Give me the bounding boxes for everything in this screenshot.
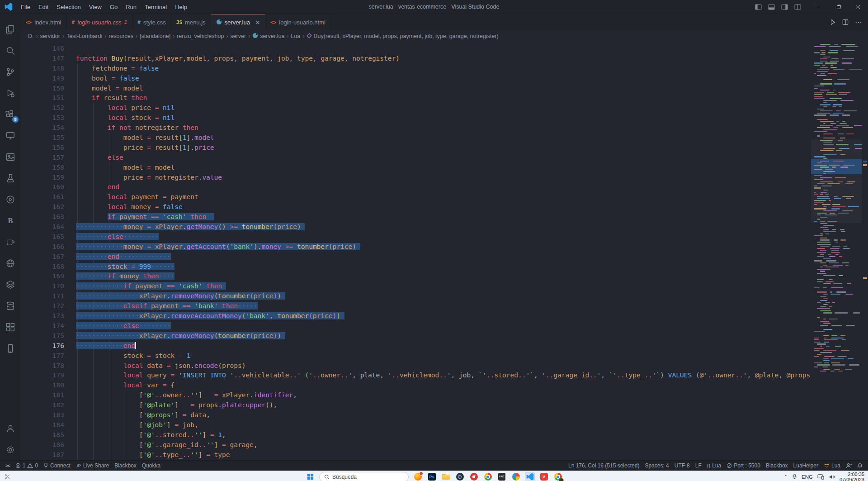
status-item-utf-8[interactable]: UTF-8 [672, 461, 693, 471]
code-line-148[interactable]: 148 fetchdone = false [21, 64, 868, 74]
language-indicator[interactable]: ENG [802, 474, 813, 480]
code-line-158[interactable]: 158 model = model [21, 163, 868, 173]
account-icon[interactable] [0, 418, 21, 439]
run-debug-icon[interactable] [0, 82, 21, 104]
code-line-187[interactable]: 187 ['@'..type_..''] = type [21, 450, 868, 460]
settings-icon[interactable] [0, 439, 21, 460]
status-item-remote[interactable]: >< [3, 461, 13, 471]
menu-item-terminal[interactable]: Terminal [141, 2, 170, 12]
code-line-162[interactable]: 162 local money = false [21, 202, 868, 212]
menu-item-file[interactable]: File [17, 2, 34, 12]
status-item-1[interactable]: 10 [13, 461, 41, 471]
status-item-spaces-4[interactable]: Spaces: 4 [642, 461, 671, 471]
status-item-lf[interactable]: LF [693, 461, 704, 471]
cup-icon[interactable] [0, 231, 21, 252]
code-line-153[interactable]: 153 local stock = nil [21, 113, 868, 123]
clock[interactable]: 2:00:35 07/09/2023 [840, 471, 864, 481]
code-line-176[interactable]: 176············end [21, 341, 868, 351]
menu-item-view[interactable]: View [85, 2, 105, 12]
code-line-164[interactable]: 164············money = xPlayer.getMoney(… [21, 222, 868, 232]
globe-icon[interactable] [0, 252, 21, 274]
database-icon[interactable] [0, 295, 21, 316]
grid-icon[interactable] [0, 316, 21, 338]
code-area[interactable]: 146147function Buy(result,xPlayer,model,… [21, 42, 868, 460]
minimap[interactable] [811, 42, 862, 460]
status-item-blackbox[interactable]: Blackbox [763, 461, 791, 471]
code-line-160[interactable]: 160 end [21, 182, 868, 192]
code-line-166[interactable]: 166············money = xPlayer.getAccoun… [21, 242, 868, 252]
vivaldi-app-icon[interactable]: V [539, 472, 549, 481]
play-circle-icon[interactable] [0, 189, 21, 210]
tray-chevron-icon[interactable]: ⌃ [784, 474, 788, 479]
code-line-149[interactable]: 149 bool = false [21, 74, 868, 84]
code-line-184[interactable]: 184 ['@job'] = job, [21, 420, 868, 430]
tab-style.css[interactable]: #style.css [132, 14, 171, 30]
code-line-185[interactable]: 185 ['@'..stored..''] = 1, [21, 430, 868, 440]
layers-icon[interactable] [0, 274, 21, 295]
code-line-156[interactable]: 156 price = result[1].price [21, 143, 868, 153]
source-control-icon[interactable] [0, 61, 21, 82]
start-button[interactable] [305, 472, 315, 481]
code-line-150[interactable]: 150 model = model [21, 84, 868, 94]
menu-item-selection[interactable]: Selection [53, 2, 84, 12]
more-actions-icon[interactable]: ⋯ [855, 18, 862, 26]
explorer-app-icon[interactable] [441, 472, 451, 481]
extensions-icon[interactable]: 5 [0, 104, 21, 125]
code-line-169[interactable]: 169········if money then···· [21, 271, 868, 281]
status-item-connect[interactable]: Connect [41, 461, 73, 471]
photos-app-icon[interactable] [511, 472, 521, 481]
menu-item-go[interactable]: Go [106, 2, 121, 12]
breadcrumb-item[interactable]: renzu_vehicleshop [177, 33, 224, 39]
close-button[interactable] [848, 0, 868, 14]
breadcrumb-item[interactable]: Buy(result, xPlayer, model, props, payme… [307, 33, 499, 40]
toggle-panel-icon[interactable] [768, 4, 775, 10]
code-line-146[interactable]: 146 [21, 44, 868, 54]
taskbar-search[interactable]: Búsqueda [319, 472, 409, 481]
firefox-app-icon[interactable] [413, 472, 423, 481]
code-line-165[interactable]: 165········else········· [21, 232, 868, 242]
breadcrumb-item[interactable]: D: [28, 33, 34, 39]
status-item-lua[interactable]: {}Lua [704, 461, 724, 471]
code-line-155[interactable]: 155 model = result[1].model [21, 133, 868, 143]
breadcrumb-item[interactable]: server.lua [252, 33, 284, 40]
remote-monitor-icon[interactable] [0, 125, 21, 146]
tab-menu.js[interactable]: JSmenu.js [171, 14, 211, 30]
status-item-live-share[interactable]: Live Share [73, 461, 112, 471]
code-line-177[interactable]: 177 stock = stock - 1 [21, 351, 868, 361]
microphone-icon[interactable] [792, 474, 797, 480]
code-line-183[interactable]: 183 ['@props'] = data, [21, 410, 868, 420]
code-line-173[interactable]: 173················xPlayer.removeAccount… [21, 311, 868, 321]
code-line-172[interactable]: 172············elseif payment == 'bank' … [21, 301, 868, 311]
status-item-person-add[interactable] [843, 461, 854, 471]
status-item-luahelper[interactable]: LuaHelper [791, 461, 821, 471]
code-line-179[interactable]: 179 local query = 'INSERT INTO '..vehicl… [21, 371, 868, 381]
code-line-167[interactable]: 167········end············· [21, 252, 868, 262]
code-line-151[interactable]: 151 if result then [21, 93, 868, 103]
code-line-170[interactable]: 170············if payment == 'cash' then [21, 281, 868, 291]
device-icon[interactable] [817, 474, 824, 480]
menu-item-run[interactable]: Run [122, 2, 140, 12]
status-item-blackbox[interactable]: Blackbox [112, 461, 139, 471]
scrollbar[interactable] [862, 42, 868, 460]
search-icon[interactable] [0, 40, 21, 61]
breadcrumb-item[interactable]: Test-Lombardi [66, 33, 102, 39]
split-editor-icon[interactable] [842, 19, 849, 25]
breadcrumb-item[interactable]: servidor [40, 33, 60, 39]
toggle-secondary-sidebar-icon[interactable] [781, 4, 788, 10]
minimize-button[interactable] [808, 0, 828, 14]
breadcrumb-item[interactable]: [standalone] [140, 33, 170, 39]
code-line-152[interactable]: 152 local price = nil [21, 103, 868, 113]
run-file-icon[interactable] [830, 19, 836, 25]
epic-app-icon[interactable]: EPIC [497, 472, 507, 481]
vscode-app-icon[interactable] [525, 472, 535, 481]
tab-login-usuario.css[interactable]: #login-usuario.css1 [67, 14, 133, 30]
menu-item-help[interactable]: Help [171, 2, 191, 12]
tab-server.lua[interactable]: server.lua✕ [211, 14, 265, 30]
beaker-icon[interactable] [0, 167, 21, 189]
customize-layout-icon[interactable] [794, 4, 801, 10]
code-line-186[interactable]: 186 ['@'..garage_id..''] = garage, [21, 440, 868, 450]
blackbox-b-icon[interactable]: B [0, 210, 21, 231]
status-item-ln-176-col-16-515-selected[interactable]: Ln 176, Col 16 (515 selected) [566, 461, 642, 471]
status-item-quokka[interactable]: Quokka [139, 461, 163, 471]
tab-index.html[interactable]: <>index.html [21, 14, 67, 30]
